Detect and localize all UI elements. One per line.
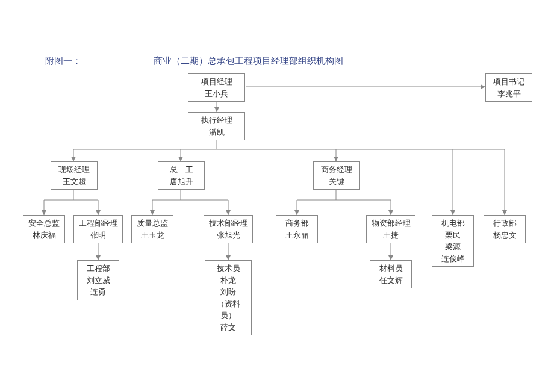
figure-label: 附图一： — [45, 55, 81, 67]
name: 张旭光 — [208, 229, 249, 241]
box-project-secretary: 项目书记 李兆平 — [485, 73, 532, 102]
role: 质量总监 — [135, 217, 169, 229]
role: 行政部 — [488, 217, 521, 229]
role: 工程部 — [81, 263, 115, 275]
role: 安全总监 — [27, 217, 61, 229]
name: 刘立威 — [81, 275, 115, 287]
name: 刘盼 — [209, 286, 247, 298]
name: 薛文 — [209, 322, 247, 334]
name: 连勇 — [81, 286, 115, 298]
name: 林庆福 — [27, 229, 61, 241]
role: 项目经理 — [192, 76, 241, 88]
box-engineering-dept-manager: 工程部经理 张明 — [73, 215, 123, 243]
box-business-dept: 商务部 王永丽 — [276, 215, 318, 243]
role: 技术员 — [209, 263, 247, 275]
box-admin-dept: 行政部 杨忠文 — [484, 215, 526, 243]
name: 朴龙 — [209, 275, 247, 287]
box-quality-director: 质量总监 王玉龙 — [131, 215, 173, 243]
name: 潘凯 — [192, 126, 241, 138]
box-chief-engineer: 总 工 唐旭升 — [158, 161, 205, 190]
name: 王小兵 — [192, 88, 241, 100]
box-tech-staff: 技术员 朴龙 刘盼 （资料员） 薛文 — [205, 260, 252, 335]
role: 材料员 — [374, 263, 408, 275]
box-business-manager: 商务经理 关键 — [313, 161, 360, 190]
role: 技术部经理 — [208, 217, 249, 229]
box-me-dept: 机电部 栗民 梁源 连俊峰 — [432, 215, 474, 267]
role: 总 工 — [162, 164, 201, 176]
box-engineering-dept: 工程部 刘立威 连勇 — [77, 260, 119, 300]
name: （资料员） — [209, 298, 247, 322]
name: 关键 — [317, 176, 356, 188]
name: 任文辉 — [374, 275, 408, 287]
figure-title: 商业（二期）总承包工程项目经理部组织机构图 — [154, 55, 343, 67]
role: 执行经理 — [192, 114, 241, 126]
name: 唐旭升 — [162, 176, 201, 188]
name: 栗民 — [436, 229, 470, 241]
role: 商务经理 — [317, 164, 356, 176]
name: 梁源 — [436, 241, 470, 253]
box-site-manager: 现场经理 王文超 — [51, 161, 98, 190]
box-material-dept-manager: 物资部经理 王捷 — [366, 215, 416, 243]
name: 王捷 — [370, 229, 411, 241]
name: 王文超 — [55, 176, 93, 188]
box-safety-director: 安全总监 林庆福 — [23, 215, 65, 243]
name: 连俊峰 — [436, 253, 470, 265]
role: 现场经理 — [55, 164, 93, 176]
name: 李兆平 — [490, 88, 528, 100]
role: 项目书记 — [490, 76, 528, 88]
box-project-manager: 项目经理 王小兵 — [188, 73, 245, 102]
box-executive-manager: 执行经理 潘凯 — [188, 112, 245, 140]
name: 杨忠文 — [488, 229, 521, 241]
role: 机电部 — [436, 217, 470, 229]
name: 王玉龙 — [135, 229, 169, 241]
role: 商务部 — [280, 217, 314, 229]
role: 工程部经理 — [78, 217, 119, 229]
box-tech-dept-manager: 技术部经理 张旭光 — [204, 215, 253, 243]
role: 物资部经理 — [370, 217, 411, 229]
name: 张明 — [78, 229, 119, 241]
box-material-staff: 材料员 任文辉 — [370, 260, 412, 288]
name: 王永丽 — [280, 229, 314, 241]
